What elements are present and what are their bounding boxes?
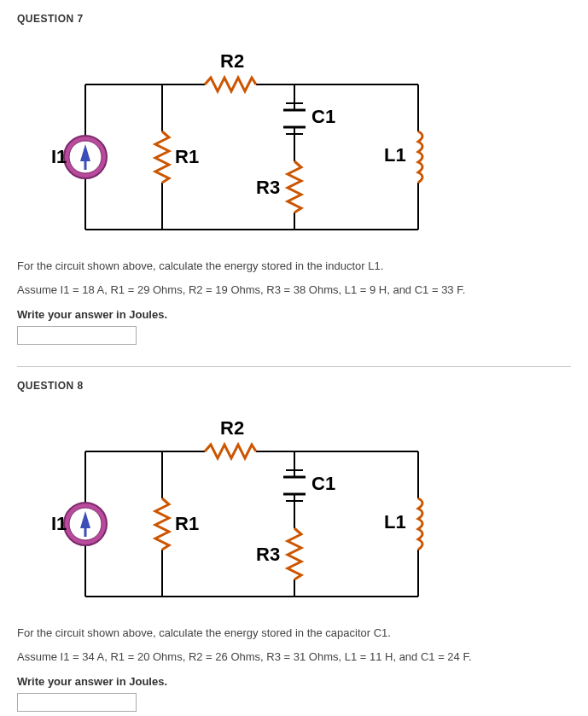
label-R2-7: R2 xyxy=(220,50,244,72)
label-L1-7: L1 xyxy=(384,144,406,166)
circuit-diagram-7: I1 R1 R2 C1 R3 L1 xyxy=(34,42,478,238)
q8-prompt: Write your answer in Joules. xyxy=(17,675,571,688)
label-R1-7: R1 xyxy=(175,146,199,167)
label-L1-8: L1 xyxy=(384,511,406,533)
label-R2-8: R2 xyxy=(220,417,244,439)
label-R3-8: R3 xyxy=(256,544,280,565)
question-7-header: QUESTION 7 xyxy=(17,13,571,25)
q8-text2: Assume I1 = 34 A, R1 = 20 Ohms, R2 = 26 … xyxy=(17,649,571,666)
label-I1-7: I1 xyxy=(51,146,67,167)
q7-text2: Assume I1 = 18 A, R1 = 29 Ohms, R2 = 19 … xyxy=(17,282,571,299)
label-C1-7: C1 xyxy=(311,106,335,127)
label-I1-8: I1 xyxy=(51,513,67,534)
question-8-header: QUESTION 8 xyxy=(17,380,571,392)
label-C1-8: C1 xyxy=(311,473,335,494)
q7-text1: For the circuit shown above, calculate t… xyxy=(17,258,571,275)
circuit-diagram-8: I1 R1 R2 C1 R3 L1 xyxy=(34,409,478,605)
label-R3-7: R3 xyxy=(256,177,280,198)
q8-text1: For the circuit shown above, calculate t… xyxy=(17,625,571,642)
circuit-7: I1 R1 R2 C1 R3 L1 xyxy=(34,42,571,241)
q8-answer-input[interactable] xyxy=(17,693,137,712)
q7-prompt: Write your answer in Joules. xyxy=(17,308,571,321)
q7-answer-input[interactable] xyxy=(17,326,137,345)
label-R1-8: R1 xyxy=(175,513,199,534)
circuit-8: I1 R1 R2 C1 R3 L1 xyxy=(34,409,571,608)
question-8: QUESTION 8 I1 R1 R2 xyxy=(17,380,571,712)
question-7: QUESTION 7 I1 R1 xyxy=(17,13,571,345)
divider xyxy=(17,366,571,367)
